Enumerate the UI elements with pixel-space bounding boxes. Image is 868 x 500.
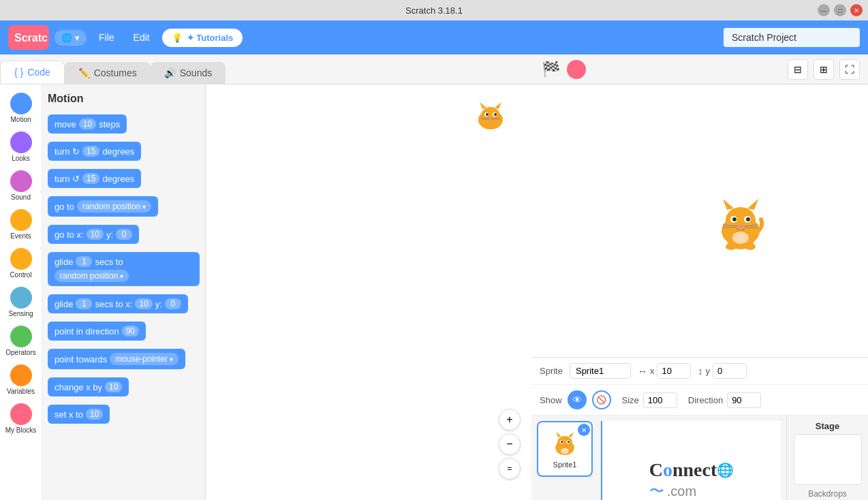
connect-wave-icon: 〜 <box>649 481 664 500</box>
tab-code[interactable]: { } Code <box>0 61 65 84</box>
size-input[interactable] <box>643 392 677 408</box>
sprite-thumb-name: Sprite1 <box>553 460 577 469</box>
block-turn-cw[interactable]: turn ↻ 15 degrees <box>48 142 200 165</box>
stage-canvas[interactable] <box>531 84 868 357</box>
block-glide-xy[interactable]: glide 1 secs to x: 10 y: 0 <box>48 294 200 317</box>
svg-point-3 <box>481 107 500 125</box>
block-point-towards[interactable]: point towards mouse-pointer <box>48 349 200 373</box>
svg-marker-35 <box>568 432 574 437</box>
myblocks-dot <box>10 403 32 425</box>
zoom-in-button[interactable]: + <box>499 409 521 431</box>
svg-point-39 <box>568 441 570 443</box>
svg-point-30 <box>745 243 756 250</box>
svg-marker-5 <box>495 102 501 109</box>
block-goto-xy[interactable]: go to x: 10 y: 0 <box>48 225 200 248</box>
file-menu[interactable]: File <box>92 29 121 46</box>
stage-controls: 🏁 ⊟ ⊞ ⛶ <box>531 54 868 84</box>
svg-marker-4 <box>480 102 486 109</box>
stop-button[interactable] <box>567 60 586 79</box>
svg-point-40 <box>563 444 567 446</box>
stage-thumbnail[interactable] <box>794 434 862 485</box>
svg-marker-17 <box>723 199 734 210</box>
category-events[interactable]: Events <box>1 206 41 243</box>
show-label: Show <box>540 395 562 405</box>
sprite-canvas-preview <box>470 98 511 135</box>
svg-point-22 <box>746 217 750 221</box>
stage-panel: Stage Backdrops 1 🐱 🖼 <box>786 416 868 500</box>
variables-dot <box>10 364 32 386</box>
sprite-delete-button[interactable]: ✕ <box>578 424 590 436</box>
script-canvas[interactable]: + − = <box>206 84 531 500</box>
show-hidden-button[interactable]: 🚫 <box>592 390 611 409</box>
tab-sounds[interactable]: 🔊 Sounds <box>151 62 226 84</box>
sprite-props-row: Show 👁 🚫 Size Direction <box>531 385 868 416</box>
block-change-x[interactable]: change x by 10 <box>48 377 200 401</box>
small-stage-button[interactable]: ⊟ <box>788 59 808 80</box>
direction-label: Direction <box>688 395 723 405</box>
category-control[interactable]: Control <box>1 245 41 281</box>
operators-dot <box>10 326 32 347</box>
x-axis-icon: ↔ <box>638 366 647 377</box>
block-glide-pos[interactable]: glide 1 secs to random position <box>48 252 200 290</box>
svg-point-8 <box>486 113 489 116</box>
category-sidebar: Motion Looks Sound Events Control <box>0 84 42 500</box>
stage-cat-sprite <box>707 193 775 251</box>
project-name-input[interactable] <box>724 28 860 47</box>
green-flag-button[interactable]: 🏁 <box>540 59 561 80</box>
zoom-reset-button[interactable]: = <box>499 458 521 480</box>
y-axis-icon: ↕ <box>698 366 702 377</box>
show-visible-button[interactable]: 👁 <box>568 390 587 409</box>
block-move[interactable]: move 10 steps <box>48 114 200 138</box>
lightbulb-icon: 💡 <box>172 33 183 43</box>
main-layout: { } Code ✏️ Costumes 🔊 Sounds Motion <box>0 54 868 500</box>
fullscreen-button[interactable]: ⛶ <box>839 59 860 80</box>
category-sound[interactable]: Sound <box>1 168 41 204</box>
tutorials-button[interactable]: 💡 ✦ Tutorials <box>162 29 243 47</box>
category-myblocks[interactable]: My Blocks <box>1 401 41 437</box>
category-operators[interactable]: Operators <box>1 323 41 359</box>
blocks-category-title: Motion <box>48 90 200 108</box>
sprite-name-row: Sprite ↔ x ↕ y <box>531 358 868 385</box>
editor-tabs: { } Code ✏️ Costumes 🔊 Sounds <box>0 54 531 84</box>
svg-point-33 <box>557 436 572 450</box>
direction-input[interactable] <box>727 392 761 408</box>
large-stage-button[interactable]: ⊞ <box>813 59 834 80</box>
sprite-label: Sprite <box>540 366 563 376</box>
zoom-out-button[interactable]: − <box>499 433 521 455</box>
block-turn-ccw[interactable]: turn ↺ 15 degrees <box>48 169 200 192</box>
code-tab-icon: { } <box>14 67 23 78</box>
category-variables[interactable]: Variables <box>1 362 41 398</box>
svg-point-23 <box>737 224 745 229</box>
close-button[interactable]: ✕ <box>850 4 863 16</box>
category-motion[interactable]: Motion <box>1 90 41 126</box>
tab-costumes[interactable]: ✏️ Costumes <box>65 62 151 84</box>
window-controls: — □ ✕ <box>818 4 863 16</box>
block-point-dir[interactable]: point in direction 90 <box>48 322 200 345</box>
show-group: Show 👁 🚫 <box>540 390 611 409</box>
maximize-button[interactable]: □ <box>834 4 846 16</box>
block-goto[interactable]: go to random position <box>48 196 200 221</box>
x-label: x <box>650 366 655 376</box>
y-label: y <box>705 366 710 376</box>
edit-menu[interactable]: Edit <box>127 29 157 46</box>
title-text: Scratch 3.18.1 <box>405 5 463 16</box>
y-value-input[interactable] <box>713 363 747 379</box>
stage-label: Stage <box>816 421 839 431</box>
sounds-tab-icon: 🔊 <box>164 67 176 78</box>
sprite-name-input[interactable] <box>570 363 631 379</box>
category-sensing[interactable]: Sensing <box>1 284 41 320</box>
x-value-input[interactable] <box>657 363 691 379</box>
sprite-info-panel: Sprite ↔ x ↕ y Show 👁 🚫 <box>531 357 868 500</box>
sprite-thumb-sprite1[interactable]: ✕ Sprite1 <box>537 421 593 477</box>
costumes-tab-icon: ✏️ <box>78 67 90 78</box>
svg-point-21 <box>732 217 737 221</box>
svg-point-31 <box>732 232 749 244</box>
sound-dot <box>10 170 32 192</box>
connect-logo-area: Connect 🌐 〜 .com <box>601 421 781 500</box>
category-looks[interactable]: Looks <box>1 129 41 165</box>
block-set-x[interactable]: set x to 10 <box>48 405 200 428</box>
sprites-stage-tray: ✕ Sprite1 <box>531 416 868 500</box>
sensing-dot <box>10 287 32 309</box>
language-selector[interactable]: 🌐 ▾ <box>55 30 87 46</box>
minimize-button[interactable]: — <box>818 4 830 16</box>
